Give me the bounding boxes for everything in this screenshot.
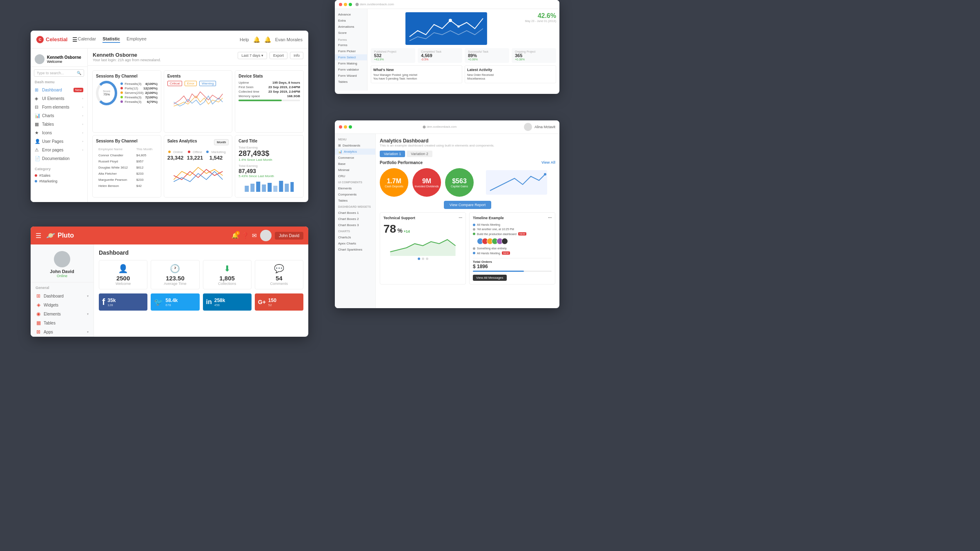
nav-employee[interactable]: Employee	[127, 36, 147, 43]
analytics-line-chart	[371, 12, 522, 45]
tech-support-menu-icon[interactable]: ⋯	[459, 216, 462, 220]
device-memory-row: Memory space 168.3GB	[238, 94, 300, 98]
charts-icon: 📊	[35, 113, 40, 118]
date-range-btn[interactable]: Last 7 days ▾	[238, 52, 267, 59]
arch-item-elements[interactable]: Elements	[335, 185, 375, 191]
as-item-form-making[interactable]: Form Making	[335, 60, 367, 67]
earnings-bar-chart	[238, 180, 300, 192]
close-dot[interactable]	[339, 3, 342, 6]
sidebar-avatar	[35, 54, 45, 64]
arch-item-commerce[interactable]: Commerce	[335, 155, 375, 161]
arch-item-chart-boxes-2[interactable]: Chart Boxes 2	[335, 216, 375, 222]
sidebar-item-ui-elements[interactable]: ◈ UI Elements ›	[31, 94, 87, 103]
table-row: Douglas White 3612 $612	[97, 165, 157, 170]
view-all-messages-btn[interactable]: View All Messages	[473, 275, 507, 281]
arch-close-dot[interactable]	[339, 125, 342, 129]
events-sparkline	[167, 88, 229, 108]
sidebar-item-icons[interactable]: ★ Icons ›	[31, 129, 87, 137]
pluto-help-icon[interactable]: ❓	[242, 232, 249, 239]
as-item-form-wizard[interactable]: Form Wizard	[335, 73, 367, 79]
total-orders-val: $ 1896	[473, 264, 552, 269]
sidebar-item-dashboard[interactable]: ⊞ Dashboard New	[31, 86, 87, 94]
arch-item-chart-sparklines[interactable]: Chart Sparklines	[335, 247, 375, 253]
arch-item-tables[interactable]: Tables	[335, 198, 375, 204]
as-item-form[interactable]: Forms	[335, 42, 367, 48]
sidebar-item-error-pages[interactable]: ⚠ Error pages ›	[31, 146, 87, 154]
celestial-body: Kenneth Osborne Welcome Type to search..…	[31, 49, 308, 202]
as-item-advance[interactable]: Advance	[335, 11, 367, 18]
pluto-item-elements[interactable]: ◉ Elements	[31, 309, 94, 318]
sidebar-item-tables[interactable]: ▦ Tables ›	[31, 120, 87, 129]
pluto-item-apps[interactable]: ⊠ Apps	[31, 327, 94, 336]
sidebar-item-charts[interactable]: 📊 Charts ›	[31, 111, 87, 120]
tab-variation1[interactable]: Variation 1	[380, 151, 405, 157]
pluto-message-icon[interactable]: ✉	[252, 232, 257, 239]
pluto-user-btn[interactable]: John David	[275, 232, 303, 240]
tab-variation2[interactable]: Variation 2	[407, 151, 432, 157]
svg-rect-7	[285, 184, 289, 192]
tech-support-pct: 78 % +14	[383, 222, 462, 236]
pluto-hamburger-icon[interactable]: ☰	[36, 232, 41, 240]
pluto-item-widgets[interactable]: ◈ Widgets	[31, 300, 94, 309]
pluto-item-tables[interactable]: ▦ Tables	[31, 318, 94, 327]
arch-item-chart-boxes-1[interactable]: Chart Boxes 1	[335, 210, 375, 216]
arch-item-apex-charts[interactable]: Apex Charts	[335, 240, 375, 247]
pluto-topbar-right: 🔔 3 ❓ ✉ John David	[232, 230, 303, 241]
dot-active[interactable]	[418, 258, 420, 260]
arch-widgets-label: DASHBOARD WIDGETS	[335, 204, 375, 210]
maximize-dot[interactable]	[349, 3, 352, 6]
astat-ongoing-change: +0.38%	[515, 58, 553, 61]
sidebar-search[interactable]: Type to search... 🔍	[34, 69, 84, 77]
as-item-form-picker[interactable]: Form Picker	[335, 48, 367, 54]
arch-item-base[interactable]: Base	[335, 161, 375, 167]
notification-icon[interactable]: 🔔	[253, 36, 260, 43]
arch-item-chart-boxes-3[interactable]: Chart Boxes 3	[335, 222, 375, 228]
sidebar-item-user-pages[interactable]: 👤 User Pages ›	[31, 137, 87, 146]
search-icon[interactable]: 🔍	[77, 71, 81, 75]
arch-item-chartsjs[interactable]: ChartsJs	[335, 234, 375, 240]
as-item-animations[interactable]: Animations	[335, 24, 367, 30]
alert-icon[interactable]: 🔔	[264, 36, 271, 43]
arch-item-minimal[interactable]: Minimal	[335, 167, 375, 173]
offline-label: Offline	[193, 150, 202, 154]
tech-pct-symbol: %	[397, 227, 402, 234]
svg-rect-6	[279, 181, 283, 192]
month-btn[interactable]: Month	[214, 139, 229, 145]
pluto-notification-icon[interactable]: 🔔 3	[232, 232, 238, 239]
as-item-score[interactable]: Score	[335, 30, 367, 36]
sidebar-item-form-elements[interactable]: ⊟ Form elements ›	[31, 103, 87, 111]
online-metric: Online 23,342	[167, 147, 184, 161]
pluto-profile-name: John David	[50, 269, 74, 274]
info-btn[interactable]: Info	[290, 52, 303, 59]
view-all-btn[interactable]: View All	[541, 160, 555, 165]
arch-item-dashboards[interactable]: ⊞ Dashboards	[335, 142, 375, 149]
nav-calendar[interactable]: Calendar	[78, 36, 96, 43]
minimize-dot[interactable]	[344, 3, 347, 6]
as-item-extra[interactable]: Extra	[335, 18, 367, 24]
compare-report-btn[interactable]: View Compare Report	[444, 201, 491, 209]
svg-rect-8	[291, 182, 294, 192]
arch-bottom-widgets: Technical Support ⋯ 78 % +14	[380, 212, 555, 284]
as-item-form-validator[interactable]: Form validator	[335, 67, 367, 73]
tl-dot-3	[473, 247, 475, 250]
as-item-form-select[interactable]: Form Select	[335, 54, 367, 60]
pluto-item-pricing-tables[interactable]: 💲 Pricing Tables	[31, 336, 94, 337]
arch-item-cru[interactable]: CRU	[335, 173, 375, 179]
dot-servers	[120, 91, 123, 94]
dot-inactive-1[interactable]	[422, 258, 424, 260]
export-btn[interactable]: Export	[270, 52, 287, 59]
help-link[interactable]: Help	[240, 37, 249, 42]
arch-max-dot[interactable]	[349, 125, 352, 129]
timeline-menu-icon[interactable]: ⋯	[548, 216, 552, 220]
arch-min-dot[interactable]	[344, 125, 347, 129]
dot-inactive-2[interactable]	[426, 258, 428, 260]
pluto-item-dashboard[interactable]: ⊞ Dashboard	[31, 291, 94, 300]
nav-statistic[interactable]: Statistic	[102, 36, 120, 43]
arch-item-components[interactable]: Components	[335, 191, 375, 198]
hamburger-icon[interactable]: ☰	[72, 36, 78, 43]
arch-components-label: UI COMPONENTS	[335, 179, 375, 185]
stat-welcome-label: Welcome	[102, 282, 144, 286]
arch-item-analytics[interactable]: 📊 Analytics	[335, 149, 375, 155]
sidebar-item-documentation[interactable]: 📄 Documentation	[31, 154, 87, 163]
as-item-tables[interactable]: Tables	[335, 79, 367, 85]
